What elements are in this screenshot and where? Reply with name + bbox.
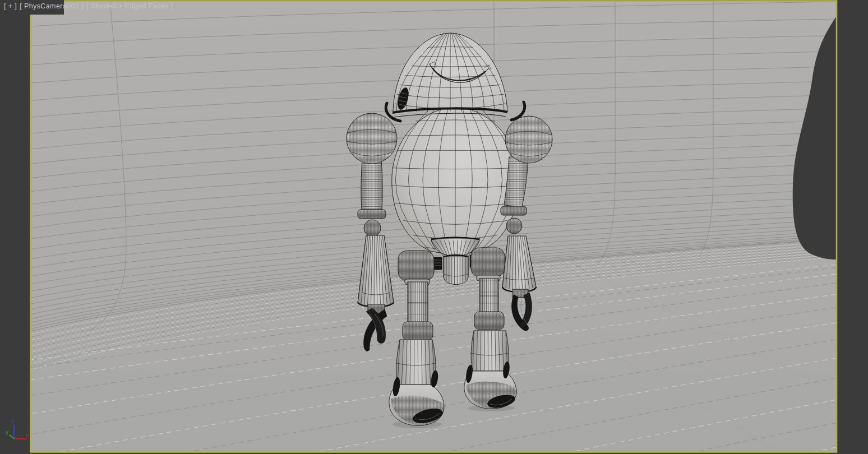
viewport-3d[interactable]: z y x [ + ][ PhysCamera001 ][ Shaded + E… — [0, 0, 868, 454]
axis-x-label: x — [25, 432, 29, 438]
axis-y-label: y — [6, 428, 9, 435]
boot-shaft — [396, 340, 436, 384]
viewport-menu-general[interactable]: [ + ] — [4, 2, 17, 10]
viewport-menu-shading[interactable]: [ Shaded + Edged Faces ] — [86, 2, 173, 10]
viewport-menu-camera[interactable]: [ PhysCamera001 ] — [20, 2, 84, 10]
viewport-label-menus: [ + ][ PhysCamera001 ][ Shaded + Edged F… — [4, 2, 176, 10]
viewport-canvas[interactable]: z y x — [0, 0, 868, 454]
axis-z-label: z — [11, 418, 15, 424]
